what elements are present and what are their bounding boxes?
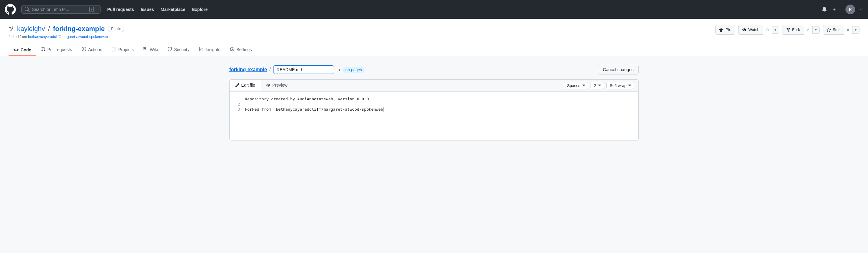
fork-button[interactable]: Fork: [782, 25, 804, 35]
tab-edit-file[interactable]: Edit file: [230, 80, 261, 91]
breadcrumb-repo-link[interactable]: forking-example: [229, 67, 267, 72]
pr-tab-icon: [41, 47, 46, 52]
visibility-badge: Public: [108, 26, 125, 32]
softwrap-select[interactable]: Soft wrapNo wrap: [607, 82, 634, 89]
line-number-1: 1: [230, 97, 245, 101]
tab-preview[interactable]: Preview: [261, 80, 293, 91]
tab-settings[interactable]: Settings: [225, 44, 257, 56]
bell-icon: [822, 7, 827, 12]
breadcrumb-sep: /: [270, 67, 271, 72]
nav-pull-requests[interactable]: Pull requests: [107, 7, 134, 12]
edit-file-icon: [235, 83, 239, 87]
topnav-right: K: [822, 5, 863, 14]
tab-settings-label: Settings: [236, 47, 252, 52]
repo-title-row: kayleighv / forking-example Public: [8, 25, 124, 33]
tab-insights-label: Insights: [206, 47, 220, 52]
projects-tab-icon: [112, 47, 116, 52]
fork-count: 2: [804, 26, 812, 34]
preview-tab-label: Preview: [272, 83, 287, 87]
forked-from-text: forked from bethanycayeradcliff/margaret…: [8, 35, 860, 39]
text-cursor: [383, 107, 383, 112]
watch-dropdown[interactable]: ▾: [772, 26, 779, 34]
tab-insights[interactable]: Insights: [194, 44, 225, 56]
line-number-2: 2: [230, 102, 245, 106]
line-content-3: Forked from bethanycayeradcliff/margaret…: [245, 107, 638, 112]
editor-line-2: 2: [230, 102, 638, 107]
tab-projects[interactable]: Projects: [107, 44, 138, 56]
forked-from-link[interactable]: bethanycayeradcliff/margaret-atwood-spok…: [28, 35, 108, 39]
tab-projects-label: Projects: [118, 47, 134, 52]
nav-marketplace[interactable]: Marketplace: [161, 7, 185, 12]
search-input[interactable]: [32, 7, 87, 12]
editor-content[interactable]: 1 Repository created by AudiAnnotateWeb,…: [230, 92, 638, 140]
tab-security-label: Security: [174, 47, 189, 52]
repo-header: kayleighv / forking-example Public Pin: [0, 19, 868, 56]
star-group: Star 0 ▾: [823, 25, 860, 35]
watch-button[interactable]: Watch: [738, 25, 763, 35]
editor-header: Edit file Preview SpacesTabs 248 Soft wr…: [230, 80, 638, 92]
topnav: / Pull requests Issues Marketplace Explo…: [0, 0, 868, 19]
pin-icon: [719, 28, 724, 32]
tab-actions-label: Actions: [88, 47, 102, 52]
settings-tab-icon: [230, 47, 235, 52]
notifications-button[interactable]: [822, 7, 827, 12]
wiki-tab-icon: [144, 47, 148, 52]
watch-group: Watch 0 ▾: [738, 25, 779, 35]
spaces-select[interactable]: SpacesTabs: [564, 82, 588, 89]
tab-security[interactable]: Security: [163, 44, 194, 56]
repo-sep: /: [48, 25, 50, 33]
actions-tab-icon: [82, 47, 86, 52]
plus-button[interactable]: [832, 7, 841, 12]
cancel-changes-button[interactable]: Cancel changes: [598, 65, 639, 74]
tab-pr-label: Pull requests: [48, 47, 72, 52]
repo-name-link[interactable]: forking-example: [53, 25, 105, 33]
branch-badge: gh-pages: [342, 67, 365, 73]
tab-code[interactable]: <> Code: [8, 44, 36, 56]
star-icon: [827, 28, 831, 32]
nav-explore[interactable]: Explore: [192, 7, 208, 12]
repo-actions: Pin Watch 0 ▾: [715, 25, 860, 35]
editor-line-3: 3 Forked from bethanycayeradcliff/margar…: [230, 107, 638, 112]
edit-file-tab-label: Edit file: [241, 83, 255, 87]
tab-pull-requests[interactable]: Pull requests: [36, 44, 77, 56]
tab-wiki[interactable]: Wiki: [138, 44, 163, 56]
star-count: 0: [844, 26, 852, 34]
filename-input[interactable]: [273, 65, 334, 74]
eye-icon: [742, 28, 746, 32]
repo-title-actions: kayleighv / forking-example Public Pin: [8, 25, 860, 35]
fork-btn-icon: [786, 28, 790, 32]
tab-wiki-label: Wiki: [150, 47, 158, 52]
tab-code-label: Code: [21, 47, 31, 52]
pin-button[interactable]: Pin: [715, 25, 735, 35]
star-button[interactable]: Star: [823, 25, 844, 35]
fork-label: Fork: [792, 27, 800, 33]
breadcrumb: forking-example / in gh-pages Cancel cha…: [229, 65, 639, 74]
insights-tab-icon: [199, 47, 204, 52]
avatar[interactable]: K: [845, 5, 855, 14]
search-bar[interactable]: /: [21, 5, 100, 14]
slash-key: /: [89, 7, 94, 12]
nav-issues[interactable]: Issues: [141, 7, 154, 12]
chevron-down-icon: [838, 8, 841, 11]
line-content-2: [245, 102, 638, 106]
plus-icon: [832, 7, 837, 12]
breadcrumb-in-label: in: [337, 67, 340, 72]
file-editor: Edit file Preview SpacesTabs 248 Soft wr…: [229, 79, 639, 141]
code-tab-icon: <>: [13, 47, 19, 52]
fork-dropdown[interactable]: ▾: [812, 26, 819, 34]
watch-label: Watch: [748, 27, 759, 33]
line-content-1: Repository created by AudiAnnotateWeb, v…: [245, 97, 638, 101]
editor-container: forking-example / in gh-pages Cancel cha…: [221, 65, 647, 141]
repo-tabs: <> Code Pull requests Actions Projects: [8, 44, 860, 56]
editor-controls: SpacesTabs 248 Soft wrapNo wrap: [564, 82, 638, 89]
star-label: Star: [833, 27, 840, 33]
indent-select[interactable]: 248: [591, 82, 604, 89]
github-logo-icon[interactable]: [5, 4, 16, 15]
preview-icon: [266, 83, 271, 87]
star-dropdown[interactable]: ▾: [852, 26, 860, 34]
tab-actions[interactable]: Actions: [77, 44, 107, 56]
search-icon: [25, 7, 30, 12]
topnav-links: Pull requests Issues Marketplace Explore: [107, 7, 208, 12]
pin-label: Pin: [725, 27, 731, 33]
repo-owner-link[interactable]: kayleighv: [17, 25, 45, 33]
